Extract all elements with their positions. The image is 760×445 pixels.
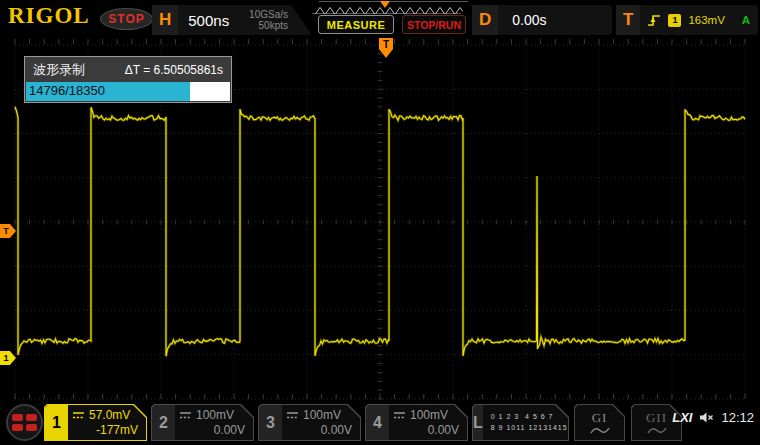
channel-4-scale: 100mV <box>410 408 448 423</box>
menu-dot-icon <box>26 414 37 421</box>
logic-digits-row1: 0 1 2 3 4 5 6 7 <box>491 412 568 423</box>
channel-2-offset: 0.00V <box>179 423 245 438</box>
channel-1-offset: -177mV <box>72 423 138 438</box>
g1-label: GI <box>592 410 608 426</box>
record-title: 波形录制 <box>33 61 85 79</box>
channel-4-offset: 0.00V <box>393 423 459 438</box>
channel-3-scale: 100mV <box>303 408 341 423</box>
clock: 12:12 <box>721 410 754 425</box>
channel-1-number: 1 <box>45 405 68 440</box>
quick-menu-button[interactable] <box>6 404 43 441</box>
dc-coupling-icon <box>286 411 299 420</box>
logic-channels-box[interactable]: L 0 1 2 3 4 5 6 7 8 9 1011 12131415 <box>472 404 569 441</box>
dc-coupling-icon <box>72 411 85 420</box>
channel-3-box[interactable]: 3 100mV 0.00V <box>258 404 361 441</box>
channel-4-box[interactable]: 4 100mV 0.00V <box>365 404 468 441</box>
channel-1-scale: 57.0mV <box>89 408 130 423</box>
record-progress-bar: 14796/18350 <box>26 82 230 101</box>
channel-2-number: 2 <box>152 405 175 440</box>
sine-wave-icon <box>647 426 667 435</box>
oscilloscope-screen: RIGOL STOP H 500ns 10GSa/s 50kpts MEASUR… <box>0 0 760 445</box>
dc-coupling-icon <box>393 411 406 420</box>
waveform-record-box: 波形录制 ΔT = 6.50505861s 14796/18350 <box>24 56 232 103</box>
lxi-status: LXI <box>672 410 692 425</box>
logic-label: L <box>473 405 483 440</box>
record-progress-text: 14796/18350 <box>29 83 105 98</box>
channel-4-number: 4 <box>366 405 389 440</box>
menu-dot-icon <box>26 424 37 431</box>
channel-1-box[interactable]: 1 57.0mV -177mV <box>44 404 147 441</box>
g1-source-button[interactable]: GI <box>574 404 625 441</box>
logic-digits-row2: 8 9 1011 12131415 <box>491 423 568 434</box>
sine-wave-icon <box>590 426 610 435</box>
g2-label: GII <box>646 410 667 426</box>
channel-2-scale: 100mV <box>196 408 234 423</box>
channel-2-box[interactable]: 2 100mV 0.00V <box>151 404 254 441</box>
menu-dot-icon <box>12 414 23 421</box>
menu-dot-icon <box>12 424 23 431</box>
record-delta-t: ΔT = 6.50505861s <box>125 63 223 77</box>
channel-3-offset: 0.00V <box>286 423 352 438</box>
sound-muted-icon[interactable] <box>699 411 714 424</box>
dc-coupling-icon <box>179 411 192 420</box>
channel-3-number: 3 <box>259 405 282 440</box>
